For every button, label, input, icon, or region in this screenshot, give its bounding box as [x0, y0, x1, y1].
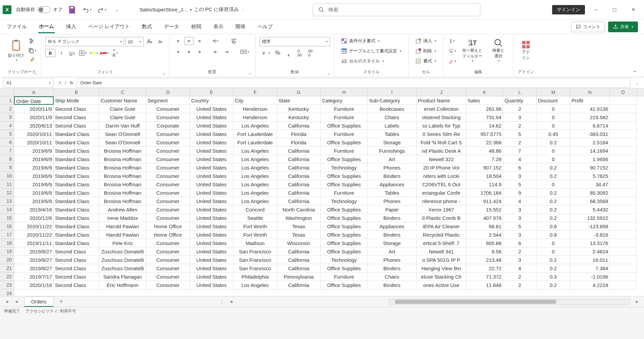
sheet-nav-prev[interactable]: ◄	[3, 298, 10, 305]
row-header[interactable]: 21	[0, 264, 14, 273]
cell[interactable]: Tables	[368, 130, 417, 138]
cell[interactable]	[610, 130, 637, 138]
cell[interactable]: Furniture	[321, 189, 368, 197]
cell[interactable]: Phones	[368, 256, 417, 264]
signin-button[interactable]: サインイン	[552, 5, 585, 14]
italic-button[interactable]: I	[57, 49, 66, 57]
cell[interactable]: 7.384	[570, 264, 610, 273]
cell[interactable]: Quantity	[503, 96, 537, 105]
cell[interactable]: Pete Kriz	[99, 239, 146, 247]
format-as-table-button[interactable]: テーブルとして書式設定▾	[338, 47, 404, 55]
cell[interactable]: Andrew Allen	[99, 205, 146, 214]
customize-qat-button[interactable]: ⌄	[111, 5, 121, 15]
row-header[interactable]: 14	[0, 205, 14, 214]
cell[interactable]: Discount	[537, 96, 570, 105]
cell[interactable]: Order Date	[14, 96, 54, 105]
cell[interactable]: United States	[190, 239, 233, 247]
cell[interactable]: Florida	[277, 138, 321, 147]
cell[interactable]: 2019/6/9	[14, 163, 54, 172]
cell[interactable]: Fort Lauderdale	[233, 130, 277, 138]
cell[interactable]: Standard Class	[54, 239, 99, 247]
cell[interactable]: 907.152	[466, 163, 503, 172]
cell[interactable]: 48.86	[466, 147, 503, 155]
cell[interactable]: eluxe Stacking Ch	[417, 273, 466, 281]
accounting-format-button[interactable]: ¥▾	[260, 49, 272, 57]
cell[interactable]: United States	[190, 138, 233, 147]
cell[interactable]: Second Class	[54, 264, 99, 273]
worksheet-grid[interactable]: ABCDEFGHIJKLMNO 123456789101112131415161…	[0, 89, 644, 296]
cell[interactable]: San Francisco	[233, 247, 277, 256]
cell[interactable]: Second Class	[54, 105, 99, 113]
cell[interactable]: Furniture	[321, 105, 368, 113]
cell[interactable]: 219.582	[570, 113, 610, 122]
cell[interactable]: Office Supplies	[321, 231, 368, 239]
cell[interactable]: nd Plastic Desk A	[417, 147, 466, 155]
cell[interactable]: 2019/6/9	[14, 180, 54, 189]
cell[interactable]: 2	[503, 281, 537, 289]
save-button[interactable]	[67, 5, 77, 15]
cell[interactable]: 0	[537, 147, 570, 155]
cell[interactable]: Zuschuss Donatelli	[99, 256, 146, 264]
cell[interactable]: Zuschuss Donatelli	[99, 247, 146, 256]
cell[interactable]: Sales	[466, 96, 503, 105]
column-header[interactable]: J	[417, 89, 466, 96]
cell[interactable]: United States	[190, 214, 233, 222]
cell[interactable]: Chairs	[368, 113, 417, 122]
cell[interactable]: 0.2	[537, 281, 570, 289]
cell[interactable]: 407.976	[466, 214, 503, 222]
collapse-ribbon-button[interactable]: ⌄	[630, 66, 639, 74]
cell[interactable]: 4	[503, 155, 537, 163]
cell[interactable]: San Francisco	[233, 264, 277, 273]
cell[interactable]: 68.81	[466, 222, 503, 231]
column-header[interactable]: F	[233, 89, 277, 96]
row-header[interactable]: 19	[0, 247, 14, 256]
cell[interactable]: Office Supplies	[321, 138, 368, 147]
search-input[interactable]	[328, 7, 475, 12]
cell[interactable]: 2019/7/17	[14, 273, 54, 281]
cell[interactable]: 16.011	[570, 256, 610, 264]
align-right-button[interactable]: ≡	[195, 48, 204, 56]
cut-button[interactable]	[28, 37, 37, 45]
cell[interactable]: Consumer	[146, 205, 190, 214]
cell[interactable]: Standard Class	[54, 138, 99, 147]
formula-input[interactable]: Order Date	[76, 78, 631, 88]
clipboard-dialog-launcher[interactable]: ⤡	[34, 72, 37, 76]
maximize-button[interactable]: ▢	[606, 3, 623, 16]
cell[interactable]: 0.2	[537, 214, 570, 222]
cell[interactable]: 2019/11/11	[14, 239, 54, 247]
row-header[interactable]: 17	[0, 231, 14, 239]
tab-ホーム[interactable]: ホーム	[38, 20, 55, 33]
row-header[interactable]: 24	[0, 289, 14, 296]
minimize-button[interactable]: ─	[588, 3, 604, 16]
cell[interactable]: United States	[190, 281, 233, 289]
cell[interactable]: Office Supplies	[321, 239, 368, 247]
share-button[interactable]: 共有 ▾	[608, 21, 638, 32]
cell[interactable]	[610, 163, 637, 172]
cell[interactable]: Standard Class	[54, 222, 99, 231]
cell[interactable]: 665.88	[466, 239, 503, 247]
align-top-button[interactable]: ≡	[173, 37, 183, 45]
cell[interactable]	[610, 256, 637, 264]
cell[interactable]: North Carolina	[277, 205, 321, 214]
cell[interactable]: 2019/4/16	[14, 205, 54, 214]
cell[interactable]	[610, 214, 637, 222]
cell[interactable]: Consumer	[146, 273, 190, 281]
cell[interactable]: Consumer	[146, 147, 190, 155]
cell-styles-button[interactable]: セルのスタイル▾	[338, 57, 387, 65]
cell[interactable]: Bookcases	[368, 105, 417, 113]
cell[interactable]: 3	[503, 113, 537, 122]
cell[interactable]: 3	[503, 214, 537, 222]
cell[interactable]: Appliances	[368, 180, 417, 189]
cell[interactable]: California	[277, 163, 321, 172]
cell[interactable]: 4.2224	[570, 281, 610, 289]
merge-button[interactable]: ▾	[238, 48, 251, 56]
cell[interactable]: 0.2	[537, 205, 570, 214]
tab-校閲[interactable]: 校閲	[191, 21, 202, 33]
cell[interactable]: 731.94	[466, 113, 503, 122]
cell[interactable]: United States	[190, 147, 233, 155]
cell[interactable]: Brosina Hoffman	[99, 155, 146, 163]
cell[interactable]: 2020/11/9	[14, 113, 54, 122]
cell[interactable]: Texas	[277, 231, 321, 239]
cell[interactable]: United States	[190, 180, 233, 189]
cell[interactable]: 20 IP Phone VoI	[417, 163, 466, 172]
